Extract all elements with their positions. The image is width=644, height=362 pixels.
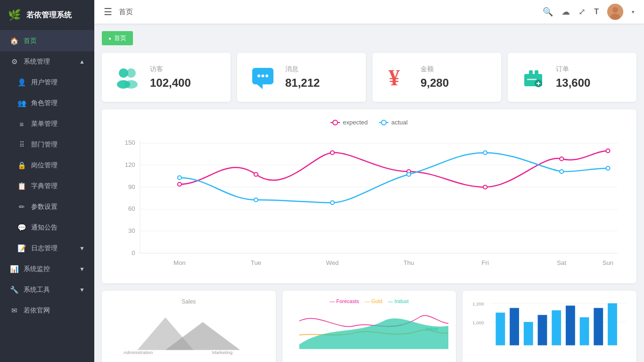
svg-point-6 [124,80,138,89]
svg-point-4 [126,68,136,78]
svg-rect-14 [529,70,533,77]
sidebar-item-param[interactable]: ✏ 参数设置 [0,197,94,217]
svg-point-48 [178,176,182,180]
visitors-icon [113,63,141,91]
sidebar-item-home[interactable]: 🏠 首页 [0,31,94,51]
svg-point-1 [612,7,618,13]
sidebar-item-log[interactable]: 📝 日志管理 ▼ [0,238,94,259]
svg-text:Indust: Indust [425,326,438,331]
menu-toggle-button[interactable]: ☰ [104,6,112,17]
page-content: 首页 访客 102,400 [94,24,644,362]
stat-info-messages: 消息 81,212 [285,65,320,90]
chart-legend: expected actual [111,119,627,126]
notice-icon: 💬 [17,223,26,232]
svg-rect-19 [527,79,537,80]
svg-rect-64 [496,313,505,345]
stat-info-orders: 订单 13,600 [556,65,590,90]
sidebar-item-post[interactable]: 🔒 岗位管理 [0,155,94,176]
svg-point-52 [483,151,487,155]
stat-card-orders: 订单 13,600 [508,53,636,102]
logo-icon: 🌿 [7,8,22,23]
svg-rect-72 [608,303,617,345]
svg-text:120: 120 [125,161,135,168]
stat-info-visitors: 访客 102,400 [150,65,191,90]
sidebar-item-menu[interactable]: ≡ 菜单管理 [0,114,94,134]
svg-text:Sat: Sat [557,259,566,266]
svg-point-51 [407,173,411,176]
svg-point-43 [330,151,334,155]
svg-text:Mon: Mon [173,259,186,266]
website-icon: ✉ [9,306,19,315]
svg-text:1,200: 1,200 [472,301,484,306]
svg-text:Wed: Wed [326,259,339,266]
text-icon[interactable]: T [594,8,599,16]
header-title: 首页 [119,8,133,16]
svg-point-10 [261,74,264,77]
search-icon-header[interactable]: 🔍 [543,7,553,17]
bar-chart-svg: Administration Marketing [109,308,268,355]
log-icon: 📝 [17,244,26,253]
svg-point-46 [560,157,563,161]
svg-text:Fri: Fri [481,259,488,266]
sidebar-label-system: 系统管理 [24,58,50,66]
svg-text:Marketing: Marketing [212,350,232,355]
expected-dot [330,122,340,123]
svg-text:Tue: Tue [251,259,261,266]
svg-text:90: 90 [128,183,135,190]
user-avatar[interactable] [607,4,623,20]
stat-card-visitors: 访客 102,400 [102,53,231,102]
line-chart2-svg: Indust [290,307,449,349]
svg-point-54 [606,166,610,170]
sidebar-item-tools[interactable]: 🔧 系统工具 ▼ [0,280,94,300]
svg-rect-65 [510,308,519,345]
sidebar-label-role: 角色管理 [31,99,58,107]
sidebar-item-dept[interactable]: ⠿ 部门管理 [0,134,94,155]
cloud-icon[interactable]: ☁ [561,7,570,17]
sidebar-label-log: 日志管理 [31,244,58,253]
dept-icon: ⠿ [17,140,26,149]
actual-label: actual [391,119,408,126]
svg-point-11 [265,74,268,77]
svg-point-41 [178,182,182,186]
dict-icon: 📋 [17,181,26,191]
legend-expected: expected [330,119,368,126]
param-icon: ✏ [17,202,26,212]
sidebar-item-system[interactable]: ⚙ 系统管理 ▲ [0,51,94,72]
stat-value-orders: 13,600 [556,76,590,90]
stat-label-orders: 订单 [556,65,590,74]
svg-text:Administration: Administration [124,350,153,355]
expected-label: expected [343,119,368,126]
sidebar-label-tools: 系统工具 [24,286,50,294]
user-arrow[interactable]: ▾ [632,9,635,15]
svg-point-50 [330,201,334,205]
header-right: 🔍 ☁ ⤢ T ▾ [543,4,635,20]
svg-rect-70 [580,317,589,345]
sidebar-label-dept: 部门管理 [31,140,58,149]
gear-icon: ⚙ [9,57,19,66]
messages-icon [248,63,277,91]
svg-point-9 [257,74,260,77]
breadcrumb-label: 首页 [114,34,126,42]
stats-grid: 访客 102,400 消息 81,212 [102,53,636,102]
sidebar-item-user[interactable]: 👤 用户管理 [0,72,94,93]
fullscreen-icon[interactable]: ⤢ [578,7,586,17]
chevron-down-icon: ▼ [79,245,85,252]
sidebar: 🌿 若依管理系统 🏠 首页 ⚙ 系统管理 ▲ 👤 用户管理 👥 角色管理 ≡ 菜… [0,0,94,362]
svg-rect-67 [538,315,547,345]
svg-marker-8 [257,84,263,89]
sidebar-item-role[interactable]: 👥 角色管理 [0,93,94,114]
main-content: ☰ 首页 🔍 ☁ ⤢ T ▾ 首页 [94,0,644,362]
bar-chart-title: Sales [182,298,196,305]
svg-text:0: 0 [132,249,135,256]
sidebar-item-monitor[interactable]: 📊 系统监控 ▼ [0,259,94,280]
bar-chart2-svg: 1,200 1,000 [470,298,629,350]
svg-text:30: 30 [128,227,135,234]
svg-point-53 [560,170,563,173]
sidebar-item-dict[interactable]: 📋 字典管理 [0,176,94,197]
svg-text:¥: ¥ [388,66,400,89]
orders-icon [519,63,547,91]
sidebar-item-notice[interactable]: 💬 通知公告 [0,217,94,238]
sidebar-item-website[interactable]: ✉ 若依官网 [0,300,94,321]
sidebar-label-menu: 菜单管理 [31,120,58,128]
monitor-icon: 📊 [9,264,19,274]
